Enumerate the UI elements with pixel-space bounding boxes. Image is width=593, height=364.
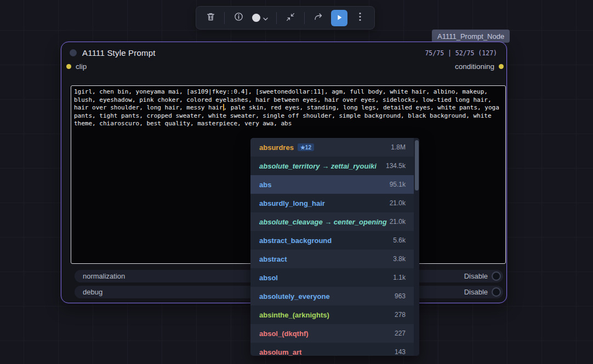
tag-post-count: 963	[395, 292, 406, 300]
collapse-button[interactable]	[282, 9, 299, 27]
tag-label: absurdly_long_hair	[259, 199, 325, 207]
chevron-down-icon	[263, 13, 268, 23]
scrollbar-track[interactable]	[414, 138, 419, 356]
normalization-toggle[interactable]	[492, 271, 501, 281]
toolbar-divider	[224, 12, 225, 24]
trash-icon	[206, 12, 215, 24]
token-counter: 75/75 | 52/75 (127)	[425, 49, 497, 57]
tag-post-count: 21.0k	[390, 218, 406, 226]
autocomplete-item[interactable]: absol1.1k	[250, 268, 419, 287]
tag-post-count: 21.0k	[390, 199, 406, 207]
tag-label: absol_(dkqthf)	[259, 330, 309, 338]
conditioning-output-port[interactable]	[499, 64, 504, 69]
tag-label: absolute_territory → zettai_ryouiki	[259, 162, 377, 170]
tag-label: abstract_background	[259, 236, 332, 245]
autocomplete-item[interactable]: absurdres★121.8M	[250, 138, 419, 157]
autocomplete-item[interactable]: absolute_cleavage → center_opening21.0k	[250, 212, 419, 231]
widget-label: normalization	[83, 272, 125, 280]
canvas-toolbar	[196, 6, 375, 30]
autocomplete-item[interactable]: absolum_art143	[250, 343, 419, 356]
autocomplete-item[interactable]: absolute_territory → zettai_ryouiki134.5…	[250, 157, 419, 175]
clip-input-port[interactable]	[66, 64, 71, 69]
tag-label: absurdres	[259, 143, 294, 152]
autocomplete-item[interactable]: absinthe_(arknights)278	[250, 305, 419, 324]
tag-post-count: 95.1k	[390, 181, 406, 188]
autocomplete-item[interactable]: absurdly_long_hair21.0k	[250, 194, 419, 212]
autocomplete-list: absurdres★121.8Mabsolute_territory → zet…	[250, 138, 419, 356]
color-swatch-icon	[252, 14, 260, 22]
node-header: A1111 Style Prompt 75/75 | 52/75 (127)	[61, 42, 506, 60]
output-port-label: conditioning	[455, 62, 494, 71]
tag-count-badge: ★12	[298, 143, 314, 151]
autocomplete-item[interactable]: abs95.1k	[250, 175, 419, 194]
autocomplete-item[interactable]: absol_(dkqthf)227	[250, 324, 419, 343]
tag-post-count: 1.8M	[391, 143, 406, 151]
node-collapse-dot[interactable]	[70, 49, 77, 56]
autocomplete-item[interactable]: absolutely_everyone963	[250, 287, 419, 305]
scrollbar-thumb[interactable]	[415, 140, 419, 190]
tag-label: absinthe_(arknights)	[259, 311, 329, 319]
tag-post-count: 143	[395, 348, 406, 356]
play-icon	[336, 13, 343, 23]
delete-button[interactable]	[202, 9, 219, 27]
autocomplete-dropdown: absurdres★121.8Mabsolute_territory → zet…	[250, 138, 419, 356]
autocomplete-item[interactable]: abstract3.8k	[250, 250, 419, 268]
tag-post-count: 3.8k	[393, 255, 406, 263]
kebab-menu-icon	[359, 12, 361, 24]
tag-label: abstract	[259, 255, 287, 263]
input-port-label: clip	[76, 62, 87, 71]
tag-post-count: 227	[395, 330, 406, 337]
redo-icon	[313, 13, 323, 24]
tag-label: absolum_art	[259, 348, 301, 356]
tag-label: absolutely_everyone	[259, 292, 330, 301]
debug-toggle[interactable]	[492, 287, 501, 297]
widget-value: Disable	[464, 288, 488, 296]
tag-post-count: 278	[395, 311, 406, 319]
info-icon	[234, 12, 243, 24]
toolbar-divider	[276, 12, 277, 24]
node-type-tooltip: A1111_Prompt_Node	[432, 30, 510, 43]
tag-post-count: 5.6k	[393, 236, 406, 244]
tag-label: absol	[259, 274, 278, 282]
info-button[interactable]	[230, 9, 247, 27]
redo-button[interactable]	[310, 9, 327, 27]
tag-post-count: 134.5k	[386, 162, 406, 170]
node-title: A1111 Style Prompt	[82, 48, 156, 57]
node-io-row: clip conditioning	[61, 60, 506, 71]
tag-post-count: 1.1k	[393, 274, 406, 281]
autocomplete-item[interactable]: abstract_background5.6k	[250, 231, 419, 250]
widget-value: Disable	[464, 272, 488, 280]
node-editor-canvas[interactable]: { "toolbar": { "icons": ["trash-icon", "…	[0, 0, 593, 364]
more-options-button[interactable]	[351, 9, 369, 27]
toolbar-divider	[304, 12, 305, 24]
tag-label: absolute_cleavage → center_opening	[259, 218, 387, 226]
widget-label: debug	[83, 288, 102, 296]
run-button[interactable]	[331, 10, 347, 26]
collapse-icon	[286, 13, 295, 24]
node-color-picker[interactable]	[249, 9, 271, 27]
tag-label: abs	[259, 181, 271, 189]
